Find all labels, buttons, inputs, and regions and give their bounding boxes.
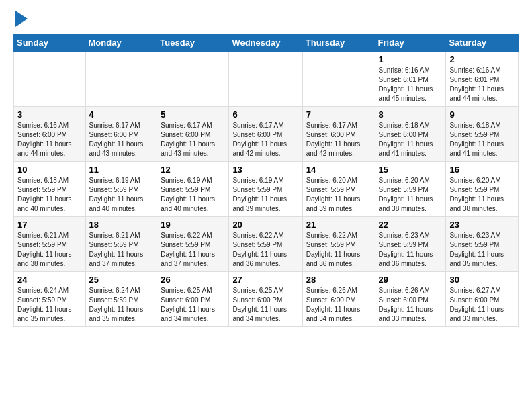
calendar-day-8: 8Sunrise: 6:18 AM Sunset: 6:00 PM Daylig… [375, 107, 446, 162]
calendar-day-5: 5Sunrise: 6:17 AM Sunset: 6:00 PM Daylig… [157, 107, 229, 162]
day-number: 6 [232, 109, 298, 120]
day-number: 14 [306, 165, 371, 175]
calendar-day-19: 19Sunrise: 6:22 AM Sunset: 5:59 PM Dayli… [157, 217, 229, 272]
day-info: Sunrise: 6:18 AM Sunset: 5:59 PM Dayligh… [449, 121, 515, 158]
day-number: 16 [449, 165, 515, 175]
day-number: 11 [89, 165, 154, 175]
day-info: Sunrise: 6:20 AM Sunset: 5:59 PM Dayligh… [379, 176, 443, 214]
day-number: 22 [379, 220, 443, 230]
day-info: Sunrise: 6:25 AM Sunset: 6:00 PM Dayligh… [232, 286, 298, 324]
day-info: Sunrise: 6:18 AM Sunset: 6:00 PM Dayligh… [379, 121, 443, 158]
day-info: Sunrise: 6:16 AM Sunset: 6:01 PM Dayligh… [449, 66, 515, 103]
day-number: 23 [449, 220, 515, 230]
day-number: 27 [232, 275, 298, 285]
calendar-header-row: SundayMondayTuesdayWednesdayThursdayFrid… [14, 34, 519, 52]
calendar-day-empty [157, 52, 229, 107]
day-info: Sunrise: 6:25 AM Sunset: 6:00 PM Dayligh… [161, 286, 225, 324]
day-number: 15 [379, 165, 443, 175]
calendar-week-1: 1Sunrise: 6:16 AM Sunset: 6:01 PM Daylig… [14, 52, 519, 107]
calendar-day-24: 24Sunrise: 6:24 AM Sunset: 5:59 PM Dayli… [14, 272, 86, 327]
day-info: Sunrise: 6:17 AM Sunset: 6:00 PM Dayligh… [89, 121, 154, 158]
day-info: Sunrise: 6:17 AM Sunset: 6:00 PM Dayligh… [161, 121, 225, 158]
day-info: Sunrise: 6:16 AM Sunset: 6:01 PM Dayligh… [379, 66, 443, 103]
calendar-day-22: 22Sunrise: 6:23 AM Sunset: 5:59 PM Dayli… [375, 217, 446, 272]
day-info: Sunrise: 6:21 AM Sunset: 5:59 PM Dayligh… [89, 231, 154, 269]
weekday-header-wednesday: Wednesday [229, 34, 302, 52]
day-number: 25 [89, 275, 154, 285]
calendar-day-30: 30Sunrise: 6:27 AM Sunset: 6:00 PM Dayli… [446, 272, 519, 327]
day-number: 30 [449, 275, 515, 285]
calendar-day-2: 2Sunrise: 6:16 AM Sunset: 6:01 PM Daylig… [446, 52, 519, 107]
calendar-day-empty [229, 52, 302, 107]
day-number: 9 [449, 109, 515, 120]
calendar-day-9: 9Sunrise: 6:18 AM Sunset: 5:59 PM Daylig… [446, 107, 519, 162]
day-number: 18 [89, 220, 154, 230]
calendar-day-18: 18Sunrise: 6:21 AM Sunset: 5:59 PM Dayli… [85, 217, 157, 272]
calendar-day-6: 6Sunrise: 6:17 AM Sunset: 6:00 PM Daylig… [229, 107, 302, 162]
day-number: 1 [379, 54, 443, 64]
weekday-header-sunday: Sunday [14, 34, 86, 52]
day-number: 21 [306, 220, 371, 230]
calendar-day-15: 15Sunrise: 6:20 AM Sunset: 5:59 PM Dayli… [375, 162, 446, 217]
calendar-day-26: 26Sunrise: 6:25 AM Sunset: 6:00 PM Dayli… [157, 272, 229, 327]
day-number: 13 [232, 165, 298, 175]
calendar-day-4: 4Sunrise: 6:17 AM Sunset: 6:00 PM Daylig… [85, 107, 157, 162]
calendar-week-2: 3Sunrise: 6:16 AM Sunset: 6:00 PM Daylig… [14, 107, 519, 162]
calendar-day-empty [302, 52, 375, 107]
day-info: Sunrise: 6:26 AM Sunset: 6:00 PM Dayligh… [306, 286, 371, 324]
day-info: Sunrise: 6:16 AM Sunset: 6:00 PM Dayligh… [17, 121, 82, 158]
logo-arrow-icon [15, 11, 28, 27]
day-number: 4 [89, 109, 154, 120]
calendar-day-13: 13Sunrise: 6:19 AM Sunset: 5:59 PM Dayli… [229, 162, 302, 217]
calendar-day-27: 27Sunrise: 6:25 AM Sunset: 6:00 PM Dayli… [229, 272, 302, 327]
day-info: Sunrise: 6:17 AM Sunset: 6:00 PM Dayligh… [306, 121, 371, 158]
day-number: 26 [161, 275, 225, 285]
weekday-header-tuesday: Tuesday [157, 34, 229, 52]
day-number: 28 [306, 275, 371, 285]
weekday-header-monday: Monday [85, 34, 157, 52]
calendar-day-10: 10Sunrise: 6:18 AM Sunset: 5:59 PM Dayli… [14, 162, 86, 217]
day-number: 24 [17, 275, 82, 285]
calendar-day-29: 29Sunrise: 6:26 AM Sunset: 6:00 PM Dayli… [375, 272, 446, 327]
day-info: Sunrise: 6:24 AM Sunset: 5:59 PM Dayligh… [89, 286, 154, 324]
day-number: 12 [161, 165, 225, 175]
calendar-day-14: 14Sunrise: 6:20 AM Sunset: 5:59 PM Dayli… [302, 162, 375, 217]
calendar-day-23: 23Sunrise: 6:23 AM Sunset: 5:59 PM Dayli… [446, 217, 519, 272]
calendar-day-21: 21Sunrise: 6:22 AM Sunset: 5:59 PM Dayli… [302, 217, 375, 272]
day-info: Sunrise: 6:19 AM Sunset: 5:59 PM Dayligh… [89, 176, 154, 214]
logo [13, 13, 28, 27]
calendar-week-5: 24Sunrise: 6:24 AM Sunset: 5:59 PM Dayli… [14, 272, 519, 327]
calendar-day-28: 28Sunrise: 6:26 AM Sunset: 6:00 PM Dayli… [302, 272, 375, 327]
page-header [13, 13, 519, 27]
calendar-day-empty [14, 52, 86, 107]
day-info: Sunrise: 6:22 AM Sunset: 5:59 PM Dayligh… [161, 231, 225, 269]
day-info: Sunrise: 6:22 AM Sunset: 5:59 PM Dayligh… [232, 231, 298, 269]
day-number: 29 [379, 275, 443, 285]
calendar-day-17: 17Sunrise: 6:21 AM Sunset: 5:59 PM Dayli… [14, 217, 86, 272]
day-number: 2 [449, 54, 515, 64]
weekday-header-saturday: Saturday [446, 34, 519, 52]
day-number: 5 [161, 109, 225, 120]
day-number: 10 [17, 165, 82, 175]
day-info: Sunrise: 6:20 AM Sunset: 5:59 PM Dayligh… [449, 176, 515, 214]
day-info: Sunrise: 6:19 AM Sunset: 5:59 PM Dayligh… [161, 176, 225, 214]
day-info: Sunrise: 6:26 AM Sunset: 6:00 PM Dayligh… [379, 286, 443, 324]
calendar-day-20: 20Sunrise: 6:22 AM Sunset: 5:59 PM Dayli… [229, 217, 302, 272]
day-number: 17 [17, 220, 82, 230]
calendar-day-12: 12Sunrise: 6:19 AM Sunset: 5:59 PM Dayli… [157, 162, 229, 217]
calendar-day-empty [85, 52, 157, 107]
day-number: 7 [306, 109, 371, 120]
day-number: 20 [232, 220, 298, 230]
calendar-day-11: 11Sunrise: 6:19 AM Sunset: 5:59 PM Dayli… [85, 162, 157, 217]
day-info: Sunrise: 6:21 AM Sunset: 5:59 PM Dayligh… [17, 231, 82, 269]
calendar-day-16: 16Sunrise: 6:20 AM Sunset: 5:59 PM Dayli… [446, 162, 519, 217]
calendar-day-25: 25Sunrise: 6:24 AM Sunset: 5:59 PM Dayli… [85, 272, 157, 327]
day-number: 8 [379, 109, 443, 120]
day-info: Sunrise: 6:18 AM Sunset: 5:59 PM Dayligh… [17, 176, 82, 214]
day-info: Sunrise: 6:22 AM Sunset: 5:59 PM Dayligh… [306, 231, 371, 269]
calendar-day-3: 3Sunrise: 6:16 AM Sunset: 6:00 PM Daylig… [14, 107, 86, 162]
weekday-header-thursday: Thursday [302, 34, 375, 52]
calendar-week-4: 17Sunrise: 6:21 AM Sunset: 5:59 PM Dayli… [14, 217, 519, 272]
day-info: Sunrise: 6:17 AM Sunset: 6:00 PM Dayligh… [232, 121, 298, 158]
calendar-table: SundayMondayTuesdayWednesdayThursdayFrid… [13, 34, 519, 327]
